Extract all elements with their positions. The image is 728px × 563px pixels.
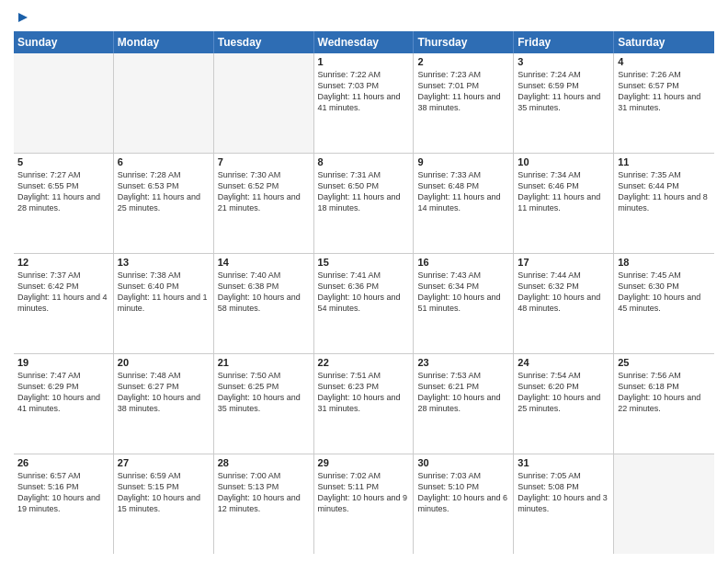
calendar-cell: 29Sunrise: 7:02 AMSunset: 5:11 PMDayligh… (314, 454, 415, 554)
calendar-header: SundayMondayTuesdayWednesdayThursdayFrid… (14, 31, 714, 53)
cell-info: Sunrise: 7:45 AMSunset: 6:30 PMDaylight:… (618, 270, 711, 315)
cell-info: Sunrise: 7:28 AMSunset: 6:53 PMDaylight:… (118, 169, 210, 214)
day-number: 11 (618, 156, 711, 167)
calendar-cell: 5Sunrise: 7:27 AMSunset: 6:55 PMDaylight… (14, 154, 114, 253)
calendar-cell: 28Sunrise: 7:00 AMSunset: 5:13 PMDayligh… (214, 454, 314, 554)
cell-info: Sunrise: 6:57 AMSunset: 5:16 PMDaylight:… (17, 470, 109, 515)
cell-info: Sunrise: 7:40 AMSunset: 6:38 PMDaylight:… (218, 270, 310, 315)
weekday-header-friday: Friday (514, 31, 614, 53)
calendar-cell: 8Sunrise: 7:31 AMSunset: 6:50 PMDaylight… (314, 154, 415, 253)
calendar-cell: 21Sunrise: 7:50 AMSunset: 6:25 PMDayligh… (214, 354, 314, 454)
day-number: 8 (318, 156, 410, 167)
day-number: 6 (118, 156, 210, 167)
calendar-cell: 1Sunrise: 7:22 AMSunset: 7:03 PMDaylight… (314, 53, 415, 153)
calendar-cell: 13Sunrise: 7:38 AMSunset: 6:40 PMDayligh… (114, 254, 214, 353)
cell-info: Sunrise: 7:05 AMSunset: 5:08 PMDaylight:… (518, 470, 609, 515)
calendar-cell: 6Sunrise: 7:28 AMSunset: 6:53 PMDaylight… (114, 154, 214, 253)
cell-info: Sunrise: 7:48 AMSunset: 6:27 PMDaylight:… (118, 370, 210, 415)
weekday-header-tuesday: Tuesday (214, 31, 314, 53)
calendar-row-2: 5Sunrise: 7:27 AMSunset: 6:55 PMDaylight… (14, 154, 714, 254)
weekday-header-saturday: Saturday (614, 31, 714, 53)
cell-info: Sunrise: 7:50 AMSunset: 6:25 PMDaylight:… (218, 370, 310, 415)
calendar-cell (14, 53, 114, 153)
cell-info: Sunrise: 7:34 AMSunset: 6:46 PMDaylight:… (518, 169, 609, 214)
weekday-header-sunday: Sunday (14, 31, 114, 53)
day-number: 24 (518, 357, 609, 368)
calendar-cell: 27Sunrise: 6:59 AMSunset: 5:15 PMDayligh… (114, 454, 214, 554)
calendar-cell: 16Sunrise: 7:43 AMSunset: 6:34 PMDayligh… (414, 254, 514, 353)
cell-info: Sunrise: 7:53 AMSunset: 6:21 PMDaylight:… (417, 370, 509, 415)
cell-info: Sunrise: 7:43 AMSunset: 6:34 PMDaylight:… (417, 270, 509, 315)
day-number: 31 (518, 457, 609, 468)
cell-info: Sunrise: 7:47 AMSunset: 6:29 PMDaylight:… (17, 370, 109, 415)
day-number: 20 (118, 357, 210, 368)
cell-info: Sunrise: 7:00 AMSunset: 5:13 PMDaylight:… (218, 470, 310, 515)
calendar-cell: 30Sunrise: 7:03 AMSunset: 5:10 PMDayligh… (414, 454, 514, 554)
cell-info: Sunrise: 7:02 AMSunset: 5:11 PMDaylight:… (318, 470, 410, 515)
day-number: 13 (118, 257, 210, 268)
day-number: 28 (218, 457, 310, 468)
calendar-cell: 24Sunrise: 7:54 AMSunset: 6:20 PMDayligh… (514, 354, 614, 454)
day-number: 10 (518, 156, 609, 167)
day-number: 21 (218, 357, 310, 368)
cell-info: Sunrise: 7:27 AMSunset: 6:55 PMDaylight:… (17, 169, 109, 214)
calendar-cell: 25Sunrise: 7:56 AMSunset: 6:18 PMDayligh… (614, 354, 714, 454)
calendar-cell: 12Sunrise: 7:37 AMSunset: 6:42 PMDayligh… (14, 254, 114, 353)
day-number: 7 (218, 156, 310, 167)
calendar-cell (214, 53, 314, 153)
calendar: SundayMondayTuesdayWednesdayThursdayFrid… (14, 31, 714, 554)
day-number: 27 (118, 457, 210, 468)
cell-info: Sunrise: 7:26 AMSunset: 6:57 PMDaylight:… (618, 69, 711, 114)
cell-info: Sunrise: 7:33 AMSunset: 6:48 PMDaylight:… (417, 169, 509, 214)
calendar-body: 1Sunrise: 7:22 AMSunset: 7:03 PMDaylight… (14, 53, 714, 554)
logo-triangle-icon (15, 9, 31, 26)
cell-info: Sunrise: 7:54 AMSunset: 6:20 PMDaylight:… (518, 370, 609, 415)
day-number: 29 (318, 457, 410, 468)
calendar-cell: 20Sunrise: 7:48 AMSunset: 6:27 PMDayligh… (114, 354, 214, 454)
day-number: 14 (218, 257, 310, 268)
day-number: 9 (417, 156, 509, 167)
cell-info: Sunrise: 7:23 AMSunset: 7:01 PMDaylight:… (417, 69, 509, 114)
day-number: 1 (318, 56, 410, 67)
calendar-cell: 10Sunrise: 7:34 AMSunset: 6:46 PMDayligh… (514, 154, 614, 253)
cell-info: Sunrise: 7:31 AMSunset: 6:50 PMDaylight:… (318, 169, 410, 214)
day-number: 26 (17, 457, 109, 468)
day-number: 5 (17, 156, 109, 167)
cell-info: Sunrise: 7:38 AMSunset: 6:40 PMDaylight:… (118, 270, 210, 315)
day-number: 23 (417, 357, 509, 368)
calendar-row-1: 1Sunrise: 7:22 AMSunset: 7:03 PMDaylight… (14, 53, 714, 154)
cell-info: Sunrise: 7:35 AMSunset: 6:44 PMDaylight:… (618, 169, 711, 214)
calendar-cell: 4Sunrise: 7:26 AMSunset: 6:57 PMDaylight… (614, 53, 714, 153)
cell-info: Sunrise: 7:56 AMSunset: 6:18 PMDaylight:… (618, 370, 711, 415)
calendar-cell (114, 53, 214, 153)
calendar-cell: 14Sunrise: 7:40 AMSunset: 6:38 PMDayligh… (214, 254, 314, 353)
weekday-header-wednesday: Wednesday (314, 31, 415, 53)
day-number: 15 (318, 257, 410, 268)
svg-marker-0 (18, 13, 28, 22)
day-number: 3 (518, 56, 609, 67)
calendar-cell: 31Sunrise: 7:05 AMSunset: 5:08 PMDayligh… (514, 454, 614, 554)
day-number: 30 (417, 457, 509, 468)
day-number: 25 (618, 357, 711, 368)
weekday-header-thursday: Thursday (414, 31, 514, 53)
calendar-cell: 18Sunrise: 7:45 AMSunset: 6:30 PMDayligh… (614, 254, 714, 353)
cell-info: Sunrise: 7:22 AMSunset: 7:03 PMDaylight:… (318, 69, 410, 114)
cell-info: Sunrise: 7:51 AMSunset: 6:23 PMDaylight:… (318, 370, 410, 415)
calendar-cell: 2Sunrise: 7:23 AMSunset: 7:01 PMDaylight… (414, 53, 514, 153)
day-number: 17 (518, 257, 609, 268)
day-number: 4 (618, 56, 711, 67)
logo (14, 9, 31, 26)
day-number: 18 (618, 257, 711, 268)
calendar-cell: 26Sunrise: 6:57 AMSunset: 5:16 PMDayligh… (14, 454, 114, 554)
calendar-cell: 15Sunrise: 7:41 AMSunset: 6:36 PMDayligh… (314, 254, 415, 353)
calendar-row-3: 12Sunrise: 7:37 AMSunset: 6:42 PMDayligh… (14, 254, 714, 354)
calendar-cell: 11Sunrise: 7:35 AMSunset: 6:44 PMDayligh… (614, 154, 714, 253)
cell-info: Sunrise: 7:30 AMSunset: 6:52 PMDaylight:… (218, 169, 310, 214)
calendar-cell: 23Sunrise: 7:53 AMSunset: 6:21 PMDayligh… (414, 354, 514, 454)
cell-info: Sunrise: 7:03 AMSunset: 5:10 PMDaylight:… (417, 470, 509, 515)
calendar-cell: 22Sunrise: 7:51 AMSunset: 6:23 PMDayligh… (314, 354, 415, 454)
day-number: 16 (417, 257, 509, 268)
cell-info: Sunrise: 7:37 AMSunset: 6:42 PMDaylight:… (17, 270, 109, 315)
day-number: 2 (417, 56, 509, 67)
calendar-cell: 19Sunrise: 7:47 AMSunset: 6:29 PMDayligh… (14, 354, 114, 454)
